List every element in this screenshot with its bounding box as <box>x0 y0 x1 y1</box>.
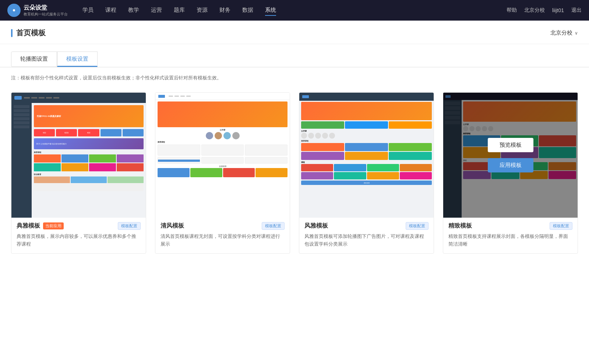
nav-item-finance[interactable]: 财务 <box>219 5 230 16</box>
template-preview-3[interactable]: 公开课 推荐课程 <box>299 93 434 218</box>
nav-logout[interactable]: 退出 <box>571 7 582 14</box>
template-desc-4: 精致首页模板支持课程展示封面，各模板分隔明显，界面简洁清晰 <box>448 233 572 251</box>
template-card-3: 公开课 推荐课程 <box>299 92 434 254</box>
template-name-3: 风雅模板 <box>304 222 328 230</box>
template-card-2: 公开课 推荐课程 <box>155 92 290 254</box>
apply-button-1[interactable]: 应用模板 <box>56 158 102 172</box>
template-desc-3: 风雅首页模板可添加轮播图下广告图片，可对课程及课程包设置学科分类展示 <box>304 233 428 251</box>
nav-branch[interactable]: 北京分校 <box>524 7 545 14</box>
template-name-4: 精致模板 <box>448 222 472 230</box>
page-header: 首页模板 北京分校 ∨ <box>0 21 589 44</box>
nav-right: 帮助 北京分校 liijt01 退出 <box>507 7 582 14</box>
chevron-down-icon: ∨ <box>575 31 578 36</box>
config-button-3[interactable]: 模板配置 <box>406 222 428 230</box>
tab-template[interactable]: 模板设置 <box>57 51 98 67</box>
config-button-2[interactable]: 模板配置 <box>262 222 285 230</box>
nav-user[interactable]: liijt01 <box>552 7 564 13</box>
preview-button-2[interactable]: 预览模板 <box>200 138 246 152</box>
config-button-4[interactable]: 模板配置 <box>550 222 572 230</box>
tabs-container: 轮播图设置 模板设置 <box>0 44 589 67</box>
config-button-1[interactable]: 模板配置 <box>118 222 141 230</box>
page-title-wrap: 首页模板 <box>11 28 46 38</box>
nav-item-questions[interactable]: 题库 <box>174 5 185 16</box>
template-name-2: 清风模板 <box>161 222 184 230</box>
nav-item-resources[interactable]: 资源 <box>197 5 208 16</box>
apply-button-4[interactable]: 应用模板 <box>488 158 533 172</box>
template-footer-4: 精致模板 模板配置 精致首页模板支持课程展示封面，各模板分隔明显，界面简洁清晰 <box>443 218 578 253</box>
note-text: 注：模板有部分个性化样式设置，设置后仅当前模板生效；非个性化样式设置后针对所有模… <box>0 67 589 89</box>
navbar: 云朵设堂 教育机构一站式服务云平台 学员 课程 教学 运营 题库 资源 财务 数… <box>0 0 589 21</box>
current-badge-1: 当前应用 <box>43 222 64 229</box>
template-name-1: 典雅模板 <box>17 222 40 230</box>
template-preview-1[interactable]: 托福TPO1-54真题及解析 ¥30 ¥200 ¥30 30天 让你摆脱平庸 知… <box>11 93 146 218</box>
nav-menu: 学员 课程 教学 运营 题库 资源 财务 数据 系统 <box>82 5 507 16</box>
logo-icon <box>7 4 21 17</box>
apply-button-3[interactable]: 应用模板 <box>344 158 389 172</box>
nav-item-teaching[interactable]: 教学 <box>128 5 139 16</box>
templates-grid: 托福TPO1-54真题及解析 ¥30 ¥200 ¥30 30天 让你摆脱平庸 知… <box>0 89 589 268</box>
preview-button-3[interactable]: 预览模板 <box>344 138 389 152</box>
template-footer-3: 风雅模板 模板配置 风雅首页模板可添加轮播图下广告图片，可对课程及课程包设置学科… <box>299 218 434 253</box>
logo-text: 云朵设堂 教育机构一站式服务云平台 <box>24 4 68 17</box>
template-preview-4[interactable]: 公开课 推荐课程 <box>443 93 578 218</box>
nav-item-students[interactable]: 学员 <box>82 5 94 16</box>
template-footer-1: 典雅模板 当前应用 模板配置 典雅首页模板，展示内容较多，可以展示优惠券和多个推… <box>11 218 146 253</box>
nav-item-courses[interactable]: 课程 <box>105 5 116 16</box>
page-title: 首页模板 <box>16 28 46 38</box>
template-footer-2: 清风模板 模板配置 清风首页模板课程无封面，可设置按学科分类对课程进行展示 <box>155 218 290 253</box>
template-desc-1: 典雅首页模板，展示内容较多，可以展示优惠券和多个推荐课程 <box>17 233 141 251</box>
template-overlay-4: 预览模板 应用模板 <box>443 93 578 218</box>
apply-button-2[interactable]: 应用模板 <box>200 158 246 172</box>
nav-item-data[interactable]: 数据 <box>242 5 253 16</box>
main-page: 首页模板 北京分校 ∨ 轮播图设置 模板设置 注：模板有部分个性化样式设置，设置… <box>0 21 589 364</box>
logo[interactable]: 云朵设堂 教育机构一站式服务云平台 <box>7 4 68 17</box>
nav-item-system[interactable]: 系统 <box>265 5 276 16</box>
nav-item-operations[interactable]: 运营 <box>151 5 162 16</box>
template-card-4: 公开课 推荐课程 <box>443 92 578 254</box>
preview-button-4[interactable]: 预览模板 <box>488 138 533 152</box>
branch-name: 北京分校 <box>550 29 572 36</box>
template-card-1: 托福TPO1-54真题及解析 ¥30 ¥200 ¥30 30天 让你摆脱平庸 知… <box>11 92 146 254</box>
template-desc-2: 清风首页模板课程无封面，可设置按学科分类对课程进行展示 <box>161 233 285 251</box>
preview-button-1[interactable]: 预览模板 <box>56 138 102 152</box>
nav-help[interactable]: 帮助 <box>507 7 517 14</box>
title-bar-accent <box>11 29 13 37</box>
svg-point-2 <box>13 9 15 11</box>
template-preview-2[interactable]: 公开课 推荐课程 <box>155 93 290 218</box>
tab-carousel[interactable]: 轮播图设置 <box>11 51 57 67</box>
branch-selector[interactable]: 北京分校 ∨ <box>550 29 578 36</box>
